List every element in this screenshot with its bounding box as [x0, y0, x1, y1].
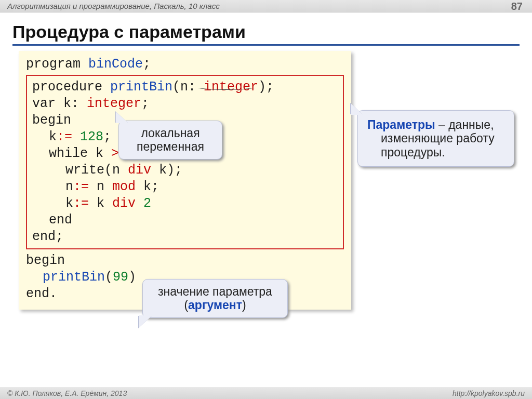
- code-line: procedure printBin(n: integer);: [32, 79, 338, 96]
- callout-text: – данные,: [435, 118, 494, 131]
- callout-text: ): [242, 298, 246, 312]
- footer-copyright: © К.Ю. Поляков, Е.А. Ерёмин, 2013: [7, 389, 127, 399]
- page-number: 87: [511, 1, 523, 12]
- slide-header: Алгоритмизация и программирование, Паска…: [0, 0, 532, 12]
- footer-url: http://kpolyakov.spb.ru: [453, 389, 525, 399]
- code-block: program binCode; procedure printBin(n: i…: [19, 51, 351, 310]
- course-label: Алгоритмизация и программирование, Паска…: [7, 2, 220, 10]
- callout-local-variable: локальная переменная: [118, 121, 222, 159]
- code-line: end: [32, 212, 338, 229]
- callout-text: изменяющие работу: [367, 131, 495, 145]
- procedure-box: procedure printBin(n: integer); var k: i…: [26, 75, 344, 249]
- callout-argument: значение параметра (аргумент): [142, 279, 288, 318]
- callout-text: значение параметра: [158, 285, 272, 298]
- code-line: write(n div k);: [32, 162, 338, 179]
- code-line: program binCode;: [26, 56, 344, 73]
- callout-keyword: аргумент: [188, 298, 242, 312]
- slide-title: Процедура с параметрами: [12, 22, 520, 46]
- callout-text: процедуры.: [367, 145, 445, 159]
- callout-parameters: Параметры – данные, изменяющие работу пр…: [357, 110, 514, 167]
- code-line: begin: [26, 252, 344, 269]
- code-line: n:= n mod k;: [32, 179, 338, 195]
- code-line: var k: integer;: [32, 96, 338, 112]
- callout-text: переменная: [137, 140, 204, 153]
- code-line: k:= k div 2: [32, 195, 338, 212]
- callout-keyword: Параметры: [367, 118, 435, 131]
- slide-footer: © К.Ю. Поляков, Е.А. Ерёмин, 2013 http:/…: [0, 388, 532, 399]
- callout-text: локальная: [141, 126, 200, 140]
- callout-text: (: [184, 298, 188, 312]
- code-line: end;: [32, 229, 338, 245]
